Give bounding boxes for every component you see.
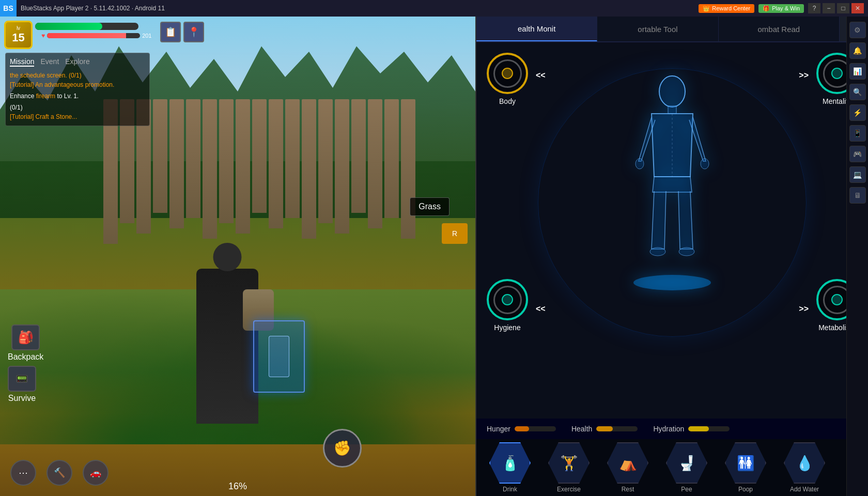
mentality-arrow-right[interactable]: >>	[799, 71, 809, 80]
action-add-water[interactable]: 💧 Add Water	[776, 442, 833, 493]
tab-explore[interactable]: Explore	[65, 57, 89, 67]
sidebar-icon-2[interactable]: 📊	[849, 63, 866, 80]
tab-event[interactable]: Event	[40, 57, 59, 67]
exercise-hex: 🏋	[548, 442, 590, 484]
head-fill	[659, 76, 685, 107]
mission-tabs: Mission Event Explore	[10, 57, 145, 67]
grass-popup: Grass	[410, 197, 450, 216]
quest-icon[interactable]: 📋	[160, 22, 181, 42]
close-button[interactable]: ✕	[851, 3, 864, 13]
hunger-fill	[515, 426, 529, 431]
hologram-display	[253, 320, 305, 393]
platform-ellipse	[633, 275, 711, 290]
map-icon[interactable]: 📍	[183, 22, 204, 42]
human-figure-svg	[631, 73, 714, 290]
sidebar-icon-7[interactable]: 💻	[849, 166, 866, 183]
drink-hex: 🧴	[489, 442, 531, 484]
hygiene-inner-ring	[493, 286, 522, 314]
hydration-bar	[688, 426, 730, 431]
panel-tabs: ealth Monit ortable Tool ombat Read ✕	[476, 17, 868, 42]
tab-mission[interactable]: Mission	[10, 57, 34, 67]
hydration-label: Hydration	[653, 425, 684, 433]
add-water-label: Add Water	[790, 486, 819, 493]
gift-icon: 🎁	[763, 5, 770, 12]
sidebar-icon-3[interactable]: 🔍	[849, 84, 866, 100]
title-right: 👑 Reward Center 🎁 Play & Win ? − □ ✕	[699, 3, 868, 13]
hydration-stat: Hydration	[653, 425, 730, 433]
action-pee[interactable]: 🚽 Pee	[658, 442, 715, 493]
pee-hex: 🚽	[666, 442, 707, 484]
mission-text-2: [Tutorial] An advantageous promotion.	[10, 80, 145, 89]
sidebar-icon-4[interactable]: ⚡	[849, 104, 866, 121]
body-center-dot	[502, 68, 513, 79]
percentage-label: 16%	[228, 481, 247, 492]
hygiene-arrow-left[interactable]: <<	[536, 304, 546, 314]
mission-text-5: [Tutorial] Craft a Stone...	[10, 112, 145, 121]
tab-portable-tool[interactable]: ortable Tool	[597, 17, 718, 41]
pickup-button[interactable]: R	[442, 223, 468, 244]
hp-bar	[47, 33, 140, 38]
fence	[103, 99, 475, 254]
game-area[interactable]: lv 15 ♥ 201 📋 📍 Mission Event Explore th…	[0, 17, 475, 496]
sidebar-icon-6[interactable]: 🎮	[849, 146, 866, 162]
survive-button[interactable]: 📟 Survive	[8, 366, 36, 403]
body-label: Body	[499, 97, 516, 105]
action-poop[interactable]: 🚻 Poop	[717, 442, 774, 493]
app-icon: BS	[0, 0, 17, 17]
rest-hex: ⛺	[607, 442, 648, 484]
body-status[interactable]: Body	[487, 53, 528, 105]
sidebar-icon-5[interactable]: 📱	[849, 125, 866, 142]
bottom-actions: 🧴 Drink 🏋 Exercise ⛺ Rest 🚽 Pee 🚻 Poop 💧…	[476, 439, 868, 496]
sidebar-icon-0[interactable]: ⚙	[849, 22, 866, 38]
crown-icon: 👑	[703, 5, 710, 12]
hygiene-ring	[487, 279, 528, 320]
sidebar-icon-8[interactable]: 🖥	[849, 187, 866, 204]
action-rest[interactable]: ⛺ Rest	[599, 442, 656, 493]
left-leg	[652, 191, 666, 249]
reward-center-button[interactable]: 👑 Reward Center	[699, 4, 754, 13]
poop-hex: 🚻	[725, 442, 766, 484]
mission-text-1: the schedule screen. (0/1)	[10, 71, 145, 80]
hp-text: 201	[142, 33, 151, 39]
maximize-button[interactable]: □	[837, 3, 849, 13]
sidebar-icon-1[interactable]: 🔔	[849, 42, 866, 59]
mission-text-3: Enhance firearm to Lv. 1.	[10, 91, 145, 101]
hydration-fill	[688, 426, 709, 431]
tab-health-monitor[interactable]: ealth Monit	[476, 17, 597, 41]
metabolism-arrow-right[interactable]: >>	[799, 304, 809, 314]
help-button[interactable]: ?	[808, 3, 820, 13]
backpack-button[interactable]: 🎒 Backpack	[8, 324, 43, 362]
mentality-center-dot	[831, 68, 843, 79]
app-title: BlueStacks App Player 2 · 5.11.42.1002 ·…	[17, 5, 699, 12]
metabolism-center-dot	[831, 294, 843, 305]
bottom-controls: ⋯ 🔨 🚗	[10, 460, 109, 486]
hips	[653, 177, 692, 192]
action-button[interactable]: ✊	[323, 429, 362, 468]
backpack-icon-box: 🎒	[11, 324, 40, 350]
exercise-label: Exercise	[557, 486, 581, 493]
exp-bar	[35, 23, 138, 30]
action-drink[interactable]: 🧴 Drink	[482, 442, 538, 493]
mission-text-4: (0/1)	[10, 103, 145, 112]
body-arrow-left[interactable]: <<	[536, 71, 546, 80]
tab-combat-read[interactable]: ombat Read	[719, 17, 840, 41]
hp-bar-container: ♥ 201	[41, 32, 151, 39]
craft-button[interactable]: 🔨	[47, 460, 72, 486]
play-win-button[interactable]: 🎁 Play & Win	[758, 4, 804, 13]
left-hand	[636, 159, 644, 169]
hygiene-status[interactable]: Hygiene	[487, 279, 528, 332]
menu-button[interactable]: ⋯	[10, 460, 36, 486]
poop-label: Poop	[738, 486, 753, 493]
hygiene-center-dot	[502, 294, 513, 305]
add-water-hex: 💧	[784, 442, 825, 484]
hunger-stat: Hunger	[487, 425, 556, 433]
health-stat: Health	[571, 425, 638, 433]
neck	[668, 106, 676, 114]
window-controls: ? − □ ✕	[808, 3, 864, 13]
minimize-button[interactable]: −	[823, 3, 835, 13]
survive-icon-box: 📟	[8, 366, 36, 392]
action-exercise[interactable]: 🏋 Exercise	[540, 442, 597, 493]
titlebar: BS BlueStacks App Player 2 · 5.11.42.100…	[0, 0, 868, 17]
hunger-label: Hunger	[487, 425, 510, 433]
drive-button[interactable]: 🚗	[83, 460, 109, 486]
